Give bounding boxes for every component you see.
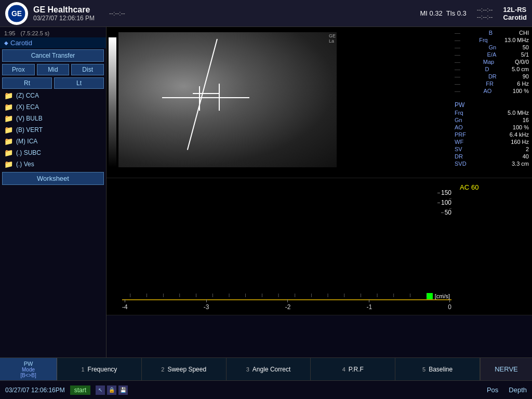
header-right: MI 0.32 Tls 0.3 --:--:-- --:--:-- 12L-RS… (420, 6, 532, 21)
fn4-button[interactable]: 4 P.R.F (311, 358, 395, 380)
status-right: Pos Depth (487, 386, 527, 394)
param-dr: — DR 90 (455, 73, 529, 80)
param-b: — B CHI (455, 29, 529, 36)
vessel-ves[interactable]: 📁 (.) Ves (0, 158, 106, 170)
center-panel: GELa ▶ 2 4— (107, 27, 532, 357)
param-map: — Map Q/0/0 (455, 58, 529, 65)
side-lt-button[interactable]: Lt (54, 77, 104, 89)
param-pw-prf: PRF 6.4 kHz (455, 131, 529, 138)
fn2-num: 2 (161, 366, 164, 373)
probe-mode: Carotid (503, 14, 527, 21)
folder-icon: 📁 (4, 114, 13, 123)
bottom-gray-area (107, 315, 532, 357)
vessel-subc[interactable]: 📁 (.) SUBC (0, 147, 106, 158)
tick-0: 0 (448, 299, 451, 311)
vessel-cca[interactable]: 📁 (Z) CCA (0, 90, 106, 101)
header-probe-info: 12L-RS Carotid (503, 6, 527, 21)
header-time-left: --:--:-- (104, 10, 125, 17)
side-rt-button[interactable]: Rt (2, 77, 52, 89)
start-button[interactable]: start (70, 385, 90, 395)
fn2-label: Sweep Speed (167, 366, 206, 373)
us-inner: GELa (118, 32, 337, 167)
vel-50: 50 (441, 209, 451, 216)
main-area: 1:95 (7.5:22.5 s) ◆ Carotid Cancel Trans… (0, 27, 532, 357)
header-dashes: --:--:-- --:--:-- (477, 6, 493, 21)
sidebar-time-range: (7.5:22.5 s) (20, 30, 49, 36)
pw-sub-label: Mode (22, 367, 35, 373)
fn1-num: 1 (81, 366, 84, 373)
cancel-transfer-button[interactable]: Cancel Transfer (2, 49, 104, 62)
fn5-button[interactable]: 5 Baseline (395, 358, 480, 380)
fn3-button[interactable]: 3 Angle Correct (227, 358, 311, 380)
company-name: GE Healthcare (33, 5, 95, 15)
loc-prox-button[interactable]: Prox (2, 64, 35, 75)
param-d: — D 5.0 cm (455, 65, 529, 73)
location-row: Prox Mid Dist (0, 63, 106, 76)
grayscale-bar (109, 37, 116, 167)
fn5-num: 5 (422, 366, 425, 373)
fn1-label: Frequency (88, 366, 117, 373)
side-row: Rt Lt (0, 76, 106, 90)
param-fr: — FR 6 Hz (455, 80, 529, 87)
image-area: GELa ▶ 2 4— (107, 27, 532, 178)
param-ea: — E/A 5/1 (455, 51, 529, 58)
param-pw-sv: SV 2 (455, 145, 529, 153)
param-pw-gn: Gn 16 (455, 116, 529, 124)
pw-mode-button[interactable]: PW Mode [B<>B] (0, 358, 57, 380)
param-pw-svd: SVD 3.3 cm (455, 160, 529, 167)
cursor-icon: ↖ (96, 385, 105, 395)
sidebar-time: 1:95 (7.5:22.5 s) (0, 29, 106, 37)
needle-line (187, 39, 218, 150)
fn5-label: Baseline (429, 366, 453, 373)
loc-dist-button[interactable]: Dist (71, 64, 104, 75)
header-datetime: 03/27/07 12:06:16 PM (33, 15, 95, 22)
cross-v2 (219, 84, 220, 111)
waveform-area: AC 60 150 100 (107, 178, 532, 315)
vessel-ica[interactable]: 📁 (M) ICA (0, 136, 106, 147)
status-icons: ↖ 🔒 💾 (96, 385, 128, 395)
ge-logo-icon: GE (5, 2, 28, 25)
param-pw-frq: Frq 5.0 MHz (455, 109, 529, 116)
ge-image-label: GELa (329, 33, 336, 44)
folder-icon: 📁 (4, 160, 13, 168)
nerve-button[interactable]: NERVE (480, 358, 532, 380)
lock-icon: 🔒 (107, 385, 116, 395)
velocity-scale: 150 100 50 (437, 189, 451, 305)
status-depth: Depth (509, 386, 527, 394)
folder-icon: 📁 (4, 137, 13, 145)
cross-horizontal (162, 97, 249, 98)
bottom-toolbar: PW Mode [B<>B] 1 Frequency 2 Sweep Speed… (0, 357, 532, 380)
bmode-params: — B CHI — Frq 13.0 MHz — Gn 50 — E/A (451, 27, 532, 169)
worksheet-button[interactable]: Worksheet (2, 172, 104, 185)
diamond-icon: ◆ (4, 40, 8, 46)
param-frq: — Frq 13.0 MHz (455, 36, 529, 44)
status-datetime: 03/27/07 12:06:16PM (5, 387, 65, 394)
fn3-label: Angle Correct (252, 366, 290, 373)
param-gn: — Gn 50 (455, 44, 529, 51)
loc-mid-button[interactable]: Mid (37, 64, 70, 75)
vel-100: 100 (437, 199, 451, 206)
sidebar-carotid-label: ◆ Carotid (0, 37, 106, 48)
fn2-button[interactable]: 2 Sweep Speed (142, 358, 227, 380)
probe-model: 12L-RS (503, 6, 527, 14)
tick-neg1: -1 (366, 299, 372, 311)
save-icon: 💾 (118, 385, 128, 395)
param-pw-wf: WF 160 Hz (455, 138, 529, 145)
tick-neg2: -2 (285, 299, 291, 311)
folder-icon: 📁 (4, 103, 13, 111)
fn1-button[interactable]: 1 Frequency (57, 358, 142, 380)
time-axis: -4 -3 -2 -1 0 (122, 299, 451, 311)
vessel-bulb[interactable]: 📁 (V) BULB (0, 113, 106, 124)
fn4-label: P.R.F (349, 366, 364, 373)
vessel-eca[interactable]: 📁 (X) ECA (0, 101, 106, 113)
status-pos: Pos (487, 386, 498, 394)
status-bar: 03/27/07 12:06:16PM start ↖ 🔒 💾 Pos Dept… (0, 380, 532, 399)
fn3-num: 3 (246, 366, 249, 373)
vessel-vert[interactable]: 📁 (B) VERT (0, 124, 106, 136)
minor-ticks: | | | | | | | | | | | | | | | | | | | | (122, 292, 451, 297)
ac-indicator: AC 60 (460, 183, 479, 191)
vel-150: 150 (437, 189, 451, 196)
folder-icon: 📁 (4, 149, 13, 157)
header-logo: GE GE Healthcare 03/27/07 12:06:16 PM (0, 2, 104, 25)
pw-sub2-label: [B<>B] (20, 373, 36, 378)
